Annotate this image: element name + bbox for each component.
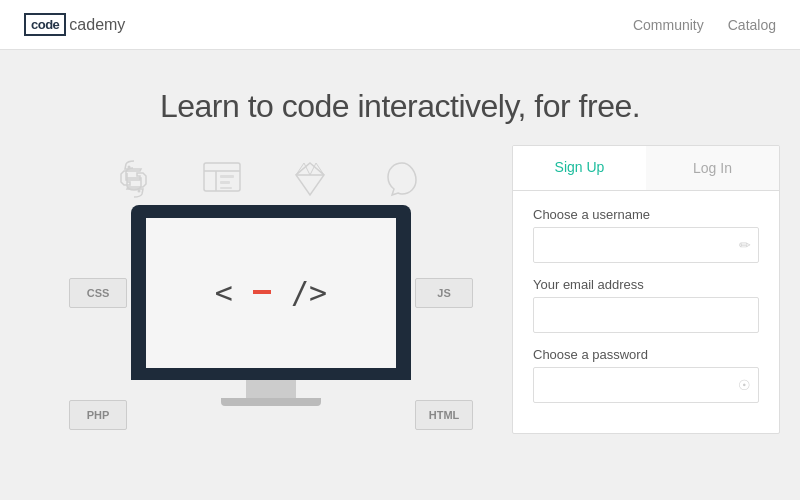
illustration: < /> CSS JS PHP bbox=[20, 145, 512, 445]
logo-code-box: code bbox=[24, 13, 66, 36]
password-group: Choose a password ☉ bbox=[533, 347, 759, 403]
form-tabs: Sign Up Log In bbox=[513, 146, 779, 191]
logo[interactable]: codecademy bbox=[24, 13, 125, 36]
layout-icon bbox=[198, 155, 246, 203]
header: codecademy Community Catalog bbox=[0, 0, 800, 50]
bg-icons bbox=[40, 155, 492, 203]
cursor-icon bbox=[253, 290, 271, 294]
username-label: Choose a username bbox=[533, 207, 759, 222]
python-icon bbox=[110, 155, 158, 203]
svg-rect-5 bbox=[220, 175, 234, 178]
main: Learn to code interactively, for free. bbox=[0, 50, 800, 500]
form-panel: Sign Up Log In Choose a username ✏ Your … bbox=[512, 145, 780, 434]
nav-catalog[interactable]: Catalog bbox=[728, 17, 776, 33]
html-label: HTML bbox=[415, 400, 473, 430]
password-input[interactable] bbox=[533, 367, 759, 403]
css-label: CSS bbox=[69, 278, 127, 308]
username-icon: ✏ bbox=[739, 237, 751, 253]
diamond-icon bbox=[286, 155, 334, 203]
logo-cademy-text: cademy bbox=[69, 16, 125, 34]
monitor-screen: < /> bbox=[146, 218, 396, 368]
svg-rect-6 bbox=[220, 181, 230, 184]
form-body: Choose a username ✏ Your email address C… bbox=[513, 191, 779, 433]
phone-icon bbox=[374, 155, 422, 203]
monitor-base bbox=[246, 380, 296, 398]
username-input[interactable] bbox=[533, 227, 759, 263]
password-icon: ☉ bbox=[738, 377, 751, 393]
tab-signup[interactable]: Sign Up bbox=[513, 146, 646, 190]
email-group: Your email address bbox=[533, 277, 759, 333]
js-label: JS bbox=[415, 278, 473, 308]
email-label: Your email address bbox=[533, 277, 759, 292]
monitor: < /> CSS JS PHP bbox=[131, 205, 411, 380]
email-input[interactable] bbox=[533, 297, 759, 333]
svg-rect-7 bbox=[220, 187, 232, 189]
monitor-foot bbox=[221, 398, 321, 406]
password-label: Choose a password bbox=[533, 347, 759, 362]
hero-title: Learn to code interactively, for free. bbox=[160, 88, 640, 125]
monitor-container: < /> CSS JS PHP bbox=[30, 205, 512, 406]
svg-point-1 bbox=[138, 190, 141, 193]
nav-community[interactable]: Community bbox=[633, 17, 704, 33]
tab-login[interactable]: Log In bbox=[646, 146, 779, 190]
username-group: Choose a username ✏ bbox=[533, 207, 759, 263]
php-label: PHP bbox=[69, 400, 127, 430]
nav: Community Catalog bbox=[633, 17, 776, 33]
content-area: < /> CSS JS PHP bbox=[0, 145, 800, 445]
code-display: < /> bbox=[215, 275, 327, 310]
